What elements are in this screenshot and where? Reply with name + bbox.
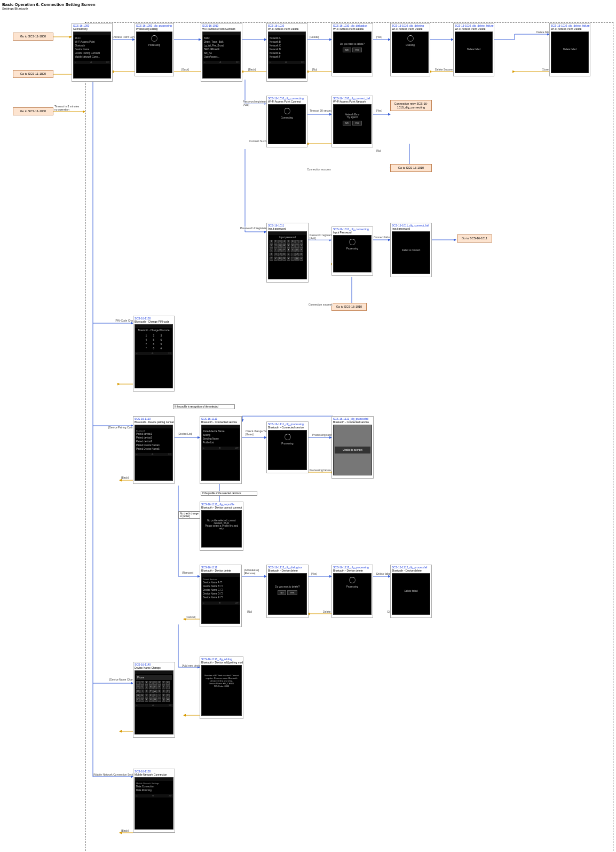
screen-name: Bluetooth - Change PIN-code (133, 320, 174, 324)
list-item: Paired Device Name5 (136, 447, 171, 451)
dialog-text: Failed to connect (393, 249, 429, 252)
spinner-icon (349, 577, 356, 583)
screen-id: SCS-16-1110 (133, 417, 174, 420)
screen-ap-delete-list[interactable]: SCS-16-1010 Wi-Fi Access Point Delete Ne… (266, 23, 307, 82)
screen-bt-fail[interactable]: SCS-16-1111_dlg_processfail Bluetooth - … (331, 416, 374, 479)
yes-button[interactable]: YES (352, 121, 362, 126)
list-item: Wi-Fi (75, 36, 109, 40)
screen-id: SCS-16-1000 (72, 24, 112, 27)
goto-scs-11-1800-a[interactable]: Go to SCS-11-1800 (13, 33, 53, 41)
list-item: Network C (270, 44, 304, 48)
screen-scs-16-1000[interactable]: SCS-16-1000 Connectivity Wi-Fi Wi-Fi Acc… (72, 23, 113, 82)
list-item: Network A (270, 36, 304, 40)
keyboard[interactable]: 1234567890 QWERTYUIOP ASDFGHJKL← ZXCVBNM… (136, 681, 172, 702)
lbl-back5: [Back] (121, 829, 129, 832)
screen-ap-delete-fail[interactable]: SCS-16-1010_dlg_delete_failure Wi-Fi Acc… (453, 23, 494, 76)
note-profile-sel: If the profile of the selected device is (201, 491, 257, 496)
keyboard[interactable]: 1234567890 QWERTYUIOP ASDFGHJKL← ZXCVBNM… (270, 240, 305, 261)
yes-button[interactable]: YES (287, 590, 297, 595)
list-item: Data Connection (136, 785, 172, 788)
lbl-cancel: [Cancel] (185, 615, 196, 619)
screen-ap-delete-confirm[interactable]: SCS-16-1010_dlg_dialogbox Wi-Fi Access P… (331, 23, 373, 76)
lbl-allrel: [All Release] [Remove] (243, 568, 259, 575)
numpad[interactable]: 123456789*0# (136, 334, 171, 350)
lbl-dlist: [Device List] (177, 432, 193, 435)
dialog-text: Processing (335, 247, 370, 250)
lbl-connsucc2: Connection success (308, 303, 333, 306)
screen-pw-connecting[interactable]: SCS-16-1011_dlg_connecting Input Passwor… (331, 226, 373, 276)
screen-pin-change[interactable]: SCS-16-1100 Bluetooth - Change PIN-code … (133, 316, 175, 392)
dialog-text: Do you want to delete? (270, 585, 305, 588)
screen-ap-connect[interactable]: SCS-16-1010 Wi-Fi Access Point Connect S… (201, 23, 242, 82)
spinner-icon (151, 35, 157, 42)
screen-bt-delete-confirm[interactable]: SCS-16-1112_dlg_dialogbox Bluetooth - De… (266, 565, 309, 618)
screen-id: SCS-16-1010_dlg_dialogbox (332, 24, 373, 27)
no-button[interactable]: NO (343, 121, 351, 126)
spinner-icon (284, 108, 290, 114)
screen-ap-delete-fail2[interactable]: SCS-16-1010_dlg_delete_failure Wi-Fi Acc… (549, 23, 590, 76)
list-item: Network D (270, 48, 304, 51)
screen-bt-delete-list[interactable]: SCS-16-1112 Bluetooth - Device delete Pa… (200, 565, 242, 627)
goto-scs-16-1010-b[interactable]: Go to SCS-16-1010 (331, 303, 367, 311)
goto-scs-11-1000[interactable]: Go to SCS-11-1000 (13, 107, 53, 115)
screen-name: Bluetooth - Connected service (267, 426, 308, 429)
screen-name: Device Name Change (133, 666, 175, 670)
screen-name: Bluetooth - Device pairing connect (133, 420, 174, 424)
screen-bt-delete-processing[interactable]: SCS-16-1112_dlg_processing Bluetooth - D… (331, 565, 373, 618)
lbl-chky: Check change Yes [Enter] (245, 429, 268, 436)
goto-conn-retry[interactable]: Connection retry SCS-16- 1010_dlg_connec… (390, 100, 432, 111)
screen-bt-noprofile[interactable]: SCS-16-1111_dlg_noprofile Bluetooth - De… (200, 502, 243, 551)
screen-id: SCS-16-1010 (267, 24, 307, 27)
screen-id: SCS-16-1112_dlg_processfail (391, 565, 431, 569)
goto-scs-11-1800-b[interactable]: Go to SCS-11-1800 (13, 70, 53, 78)
screen-name: Input password (267, 227, 308, 231)
screen-bt-delete-fail[interactable]: SCS-16-1112_dlg_processfail Bluetooth - … (390, 565, 432, 618)
no-button[interactable]: NO (278, 590, 286, 595)
yes-button[interactable]: YES (352, 48, 362, 52)
screen-processing[interactable]: SCS-16-1000_dlg_processing Processing Di… (135, 23, 174, 76)
screen-device-name[interactable]: SCS-16-1140 Device Name Change Phone 123… (133, 662, 175, 738)
screen-mobile-network[interactable]: SCS-16-1150 Mobile Network Connection Mo… (133, 769, 175, 833)
dialog-text: Processing (335, 585, 370, 588)
screen-id: SCS-16-1111_dlg_noprofile (200, 502, 243, 506)
lbl-back2: [Back] (248, 68, 256, 71)
dialog-text: No profile selected: cannot connect. Wi-… (203, 519, 240, 530)
screen-id: SCS-16-1010 (201, 24, 242, 27)
no-button[interactable]: NO (343, 48, 351, 52)
lbl-yes1: [Yes] (376, 35, 383, 38)
list-item: Wi-Fi Access Point (75, 40, 109, 44)
goto-scs-16-1011[interactable]: Go to SCS-16-1011 (457, 235, 492, 243)
list-item: Device Name E ☐ (203, 596, 239, 599)
annot-timeout: Timeout in 3 minutes no operation (54, 105, 82, 111)
list-item: Device Name (75, 48, 109, 51)
screen-pw-fail[interactable]: SCS-16-1011_dlg_connect_fail Input passw… (390, 223, 432, 277)
lbl-pfail: Processing failure (309, 468, 331, 472)
list-item: Profile List (203, 441, 239, 444)
screen-bt-pairing[interactable]: SCS-16-1110 Bluetooth - Device pairing c… (133, 416, 175, 484)
lbl-no1: [No] (312, 68, 318, 71)
list-item: Paired device1 (136, 432, 171, 436)
screen-ap-connecting[interactable]: SCS-16-1010_dlg_connecting Wi-Fi Access … (266, 96, 307, 147)
screen-name: Wi-Fi Access Point Connect (267, 100, 307, 104)
list-item: SSID (204, 36, 239, 40)
screen-bt-adding[interactable]: SCS-16-1110_dlg_adding Bluetooth - Devic… (200, 656, 243, 719)
spinner-icon (407, 35, 414, 42)
dialog-text: Network Error Try again? (335, 113, 370, 119)
dialog-text: Delete failed (393, 590, 429, 592)
dialog-text: Processing (138, 44, 171, 46)
screen-bt-service[interactable]: SCS-16-1111 Bluetooth - Connected servic… (200, 416, 242, 484)
screen-ap-deleting[interactable]: SCS-16-1010_dlg_deleting Wi-Fi Access Po… (390, 23, 430, 76)
goto-scs-16-1010-a[interactable]: Go to SCS-16-1010 (390, 164, 432, 172)
list-item: Device Name D ☐ (203, 592, 239, 596)
screen-name: Bluetooth - Device add(pairing mode) (200, 661, 243, 665)
screen-id: SCS-16-1112 (200, 565, 241, 569)
screen-id: SCS-16-1150 (133, 769, 175, 773)
screen-name: Bluetooth - Connected service (332, 420, 373, 424)
lbl-preg2: Password registered [Add] (309, 233, 335, 240)
screen-bt-processing[interactable]: SCS-16-1111_dlg_processing Bluetooth - C… (266, 421, 309, 473)
screen-input-password[interactable]: SCS-16-1011 Input password Input passwor… (266, 223, 309, 283)
screen-ap-connect-fail[interactable]: SCS-16-1010_dlg_connect_fail Wi-Fi Acces… (331, 96, 373, 147)
screen-id: SCS-16-1110_dlg_adding (200, 657, 243, 661)
flow-canvas: Go to SCS-11-1800 Go to SCS-11-1800 Go t… (2, 10, 614, 852)
list-item: Paired device Name (203, 429, 239, 433)
